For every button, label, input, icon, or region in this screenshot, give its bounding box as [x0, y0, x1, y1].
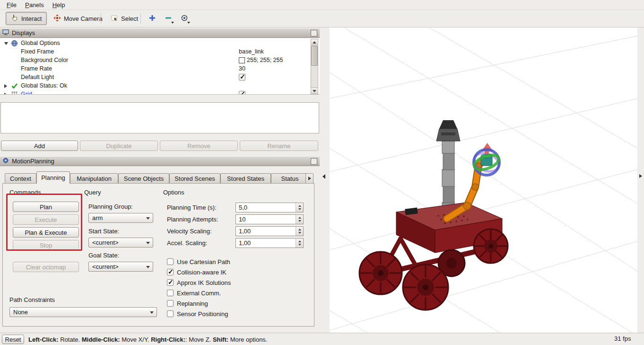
property-value[interactable]: 255; 255; 255	[239, 57, 283, 63]
goal-state-combo[interactable]: <current>	[88, 262, 153, 272]
tab-stored-states[interactable]: Stored States	[220, 173, 271, 184]
goal-state-value: <current>	[92, 263, 119, 270]
planning-time-spinbox[interactable]: 5,0	[235, 203, 304, 212]
tab-planning[interactable]: Planning	[36, 171, 70, 184]
planning-attempts-value: 10	[239, 216, 245, 223]
property-value[interactable]: 30	[239, 65, 245, 72]
tab-context[interactable]: Context	[5, 173, 36, 184]
hint-text: Rotate.	[59, 336, 82, 343]
default-light-checkbox[interactable]	[239, 74, 245, 80]
hand-cursor-icon	[11, 14, 18, 23]
robot-wheel-front-left	[359, 252, 402, 294]
display-row-frame-rate[interactable]: Frame Rate 30	[0, 65, 320, 73]
display-row-background-color[interactable]: Background Color 255; 255; 255	[0, 56, 320, 65]
display-description-box	[0, 102, 319, 133]
display-row-global-options[interactable]: Global Options	[0, 39, 320, 48]
path-constraints-combo[interactable]: None	[9, 307, 157, 317]
select-tool-button[interactable]: Select	[105, 12, 143, 25]
viewport-3d[interactable]	[330, 27, 637, 333]
collision-aware-ik-checkbox[interactable]	[167, 269, 174, 275]
toolbar-separator	[101, 13, 101, 24]
grid-enabled-checkbox[interactable]	[239, 91, 245, 95]
expander-right-icon[interactable]	[4, 84, 7, 88]
motionplanning-tabbar: Context Planning Manipulation Scene Obje…	[5, 171, 310, 184]
planning-attempts-spinbox[interactable]: 10	[235, 214, 304, 224]
tab-status[interactable]: Status	[271, 173, 309, 184]
rename-display-button[interactable]: Rename	[240, 141, 318, 151]
reset-button[interactable]: Reset	[2, 335, 24, 344]
displays-panel-titlebar[interactable]: Displays	[0, 28, 320, 38]
velocity-scaling-spinbox[interactable]: 1,00	[235, 226, 304, 236]
status-bar: Reset Left-Click: Rotate. Middle-Click: …	[0, 333, 644, 345]
path-constraints-heading: Path Constraints	[9, 296, 55, 303]
execute-button[interactable]: Execute	[13, 214, 79, 225]
motionplanning-panel-titlebar[interactable]: MotionPlanning	[0, 156, 320, 166]
spin-arrows[interactable]	[296, 227, 303, 236]
tab-scene-objects[interactable]: Scene Objects	[118, 173, 169, 184]
property-value[interactable]: base_link	[239, 48, 264, 55]
panel-collapse-right-arrow[interactable]	[639, 174, 642, 178]
display-row-grid[interactable]: Grid	[0, 90, 320, 95]
start-state-combo[interactable]: <current>	[88, 238, 153, 248]
remove-tool-button[interactable]	[162, 12, 175, 25]
displays-panel-icon	[2, 29, 9, 37]
duplicate-display-button[interactable]: Duplicate	[80, 141, 158, 151]
spin-arrows[interactable]	[296, 239, 303, 248]
add-display-button[interactable]: Add	[1, 141, 78, 151]
stop-button[interactable]: Stop	[13, 240, 79, 250]
tool-options-button[interactable]	[178, 12, 191, 25]
spin-arrows[interactable]	[296, 215, 303, 224]
sensor-positioning-checkbox[interactable]	[167, 310, 174, 317]
property-label: Fixed Frame	[21, 48, 54, 55]
panel-float-button[interactable]	[311, 30, 317, 36]
hint-left-click: Left-Click:	[28, 336, 59, 343]
scroll-up-button[interactable]	[311, 39, 318, 45]
use-cartesian-path-checkbox[interactable]	[167, 258, 174, 265]
fps-counter: 31 fps	[614, 335, 631, 342]
expander-down-icon[interactable]	[4, 42, 8, 45]
display-row-global-status[interactable]: Global Status: Ok	[0, 82, 320, 90]
display-row-fixed-frame[interactable]: Fixed Frame base_link	[0, 48, 320, 56]
accel-scaling-spinbox[interactable]: 1,00	[235, 238, 304, 248]
menu-panels[interactable]: Panels	[21, 1, 48, 9]
tab-manipulation[interactable]: Manipulation	[70, 173, 118, 184]
velocity-scaling-label: Velocity Scaling:	[167, 228, 212, 235]
property-label: Grid	[21, 91, 32, 95]
planning-group-combo[interactable]: arm	[88, 213, 153, 223]
approx-ik-solutions-checkbox[interactable]	[167, 279, 174, 286]
hint-shift: Shift:	[213, 336, 228, 343]
tab-scroll-right-button[interactable]	[305, 173, 313, 184]
display-row-default-light[interactable]: Default Light	[0, 73, 320, 82]
move-camera-tool-button[interactable]: Move Camera	[48, 12, 108, 25]
selection-box-icon	[111, 14, 118, 23]
displays-tree[interactable]: Global Options Fixed Frame base_link Bac…	[0, 38, 320, 95]
external-comm-checkbox[interactable]	[167, 290, 174, 296]
tab-stored-scenes[interactable]: Stored Scenes	[169, 173, 220, 184]
planning-attempts-label: Planning Attempts:	[167, 216, 218, 223]
scrollbar-thumb[interactable]	[311, 46, 318, 66]
scroll-down-button[interactable]	[311, 88, 318, 94]
replanning-checkbox[interactable]	[167, 300, 174, 307]
expander-right-icon[interactable]	[4, 93, 7, 95]
menu-file[interactable]: File	[3, 1, 20, 9]
interact-tool-label: Interact	[21, 15, 42, 22]
velocity-scaling-value: 1,00	[239, 228, 251, 235]
interact-tool-button[interactable]: Interact	[6, 12, 47, 25]
options-heading: Options	[163, 189, 184, 196]
plan-button[interactable]: Plan	[13, 202, 79, 212]
spin-arrows[interactable]	[296, 203, 303, 212]
tree-scrollbar[interactable]	[311, 39, 318, 94]
color-swatch	[239, 57, 245, 63]
panel-collapse-left-arrow[interactable]	[322, 174, 325, 179]
panel-float-button[interactable]	[311, 158, 317, 165]
planning-group-label: Planning Group:	[88, 203, 133, 210]
remove-display-button[interactable]: Remove	[160, 141, 238, 151]
clear-octomap-button[interactable]: Clear octomap	[13, 262, 79, 272]
robot-wheel-front-right	[474, 229, 508, 263]
plan-and-execute-button[interactable]: Plan & Execute	[13, 227, 79, 238]
statusbar-help-text: Left-Click: Rotate. Middle-Click: Move X…	[28, 336, 267, 343]
property-label: Background Color	[21, 57, 68, 63]
add-tool-button[interactable]	[146, 12, 159, 25]
menu-help[interactable]: Help	[49, 1, 69, 9]
hint-right-click: Right-Click:	[151, 336, 185, 343]
